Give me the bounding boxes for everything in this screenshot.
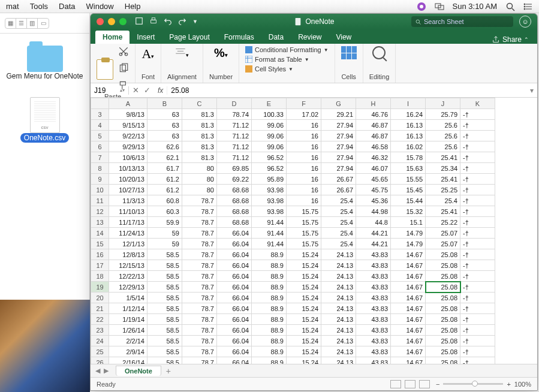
cell[interactable]: 43.83	[356, 260, 391, 271]
select-all-corner[interactable]	[91, 98, 109, 109]
cell[interactable]: 27.94	[321, 163, 356, 174]
view-switcher[interactable]	[390, 380, 430, 388]
cell[interactable]: 25.22	[426, 217, 460, 228]
cell[interactable]: 66.04	[217, 346, 252, 357]
menu-tools[interactable]: Tools	[30, 2, 48, 11]
cell[interactable]: 24.13	[321, 271, 356, 282]
cell[interactable]: 43.83	[356, 346, 391, 357]
menubar-clock[interactable]: Sun 3:10 AM	[453, 2, 497, 11]
cell[interactable]: 81.3	[182, 141, 217, 152]
cell[interactable]: 66.04	[217, 293, 252, 303]
cell[interactable]: 15.24	[287, 293, 321, 303]
menu-data[interactable]: Data	[59, 2, 75, 11]
zoom-control[interactable]: − + 100%	[436, 381, 531, 388]
cell[interactable]: 2/2/14	[109, 336, 147, 346]
cell[interactable]: 61.2	[147, 174, 182, 185]
cell[interactable]: 78.7	[182, 314, 217, 325]
row-header[interactable]: 13	[91, 217, 109, 228]
cell[interactable]: 15.24	[287, 260, 321, 271]
cell[interactable]: 46.87	[356, 120, 391, 131]
cell[interactable]: 15.78	[391, 152, 426, 163]
cell[interactable]: 69.22	[217, 174, 252, 185]
tab-review[interactable]: Review	[291, 31, 329, 44]
cell[interactable]: 15.75	[287, 239, 321, 249]
tab-page-layout[interactable]: Page Layout	[162, 31, 216, 44]
editing-icon[interactable]	[372, 46, 386, 59]
cell[interactable]: 25.79	[426, 109, 460, 120]
cell[interactable]: 43.83	[356, 314, 391, 325]
cell[interactable]: 46.58	[356, 141, 391, 152]
cell[interactable]: 93.98	[252, 206, 287, 217]
cell[interactable]: 27.94	[321, 120, 356, 131]
paste-icon[interactable]	[97, 59, 113, 80]
cell[interactable]: 26.67	[321, 185, 356, 195]
cell[interactable]: 15.32	[391, 206, 426, 217]
cell[interactable]: 93.98	[252, 195, 287, 206]
cell[interactable]: 9/22/13	[109, 131, 147, 141]
add-sheet-button[interactable]: +	[166, 366, 171, 376]
displays-icon[interactable]	[435, 2, 444, 11]
column-header-E[interactable]: E	[252, 98, 287, 109]
cell[interactable]: 78.7	[182, 206, 217, 217]
cell-styles-button[interactable]: Cell Styles ▼	[245, 65, 329, 73]
cell[interactable]: 68.68	[217, 206, 252, 217]
cell[interactable]: 15.24	[287, 303, 321, 314]
cell[interactable]: 17.02	[287, 109, 321, 120]
cell[interactable]: 88.9	[252, 325, 287, 336]
number-icon[interactable]: %▾	[214, 46, 228, 60]
cell[interactable]: -†	[460, 239, 495, 249]
cell[interactable]: 43.83	[356, 282, 391, 293]
zoom-slider[interactable]	[443, 383, 503, 385]
cell[interactable]: 91.44	[252, 239, 287, 249]
cell[interactable]: 80	[182, 163, 217, 174]
cell[interactable]: 24.13	[321, 314, 356, 325]
cell[interactable]: 88.9	[252, 314, 287, 325]
cell[interactable]: 15.24	[287, 314, 321, 325]
cell[interactable]: 10/20/13	[109, 174, 147, 185]
cell[interactable]: 66.04	[217, 239, 252, 249]
cell[interactable]: 25.08	[426, 303, 460, 314]
cell[interactable]: 46.32	[356, 152, 391, 163]
menu-help[interactable]: Help	[125, 2, 141, 11]
cell[interactable]: 25.08	[426, 336, 460, 346]
copy-icon[interactable]	[118, 63, 129, 76]
cell[interactable]: 96.52	[252, 152, 287, 163]
menu-window[interactable]: Window	[86, 2, 114, 11]
cell[interactable]: 88.9	[252, 336, 287, 346]
row-header[interactable]: 17	[91, 260, 109, 271]
cell[interactable]: 9/8/13	[109, 109, 147, 120]
cell[interactable]: 16	[287, 185, 321, 195]
cell[interactable]: 80	[182, 185, 217, 195]
cell[interactable]: 15.24	[287, 357, 321, 364]
cell[interactable]: 68.68	[217, 185, 252, 195]
cell[interactable]: 15.44	[391, 195, 426, 206]
cell[interactable]: 25.41	[426, 206, 460, 217]
cell[interactable]: -†	[460, 293, 495, 303]
row-header[interactable]: 11	[91, 195, 109, 206]
cell[interactable]: 58.5	[147, 346, 182, 357]
cancel-formula-icon[interactable]: ✕	[133, 86, 139, 95]
column-header-J[interactable]: J	[426, 98, 460, 109]
cell[interactable]: -†	[460, 249, 495, 260]
cell[interactable]: 58.5	[147, 293, 182, 303]
zoom-out-button[interactable]: −	[436, 381, 439, 388]
column-header-A[interactable]: A	[109, 98, 147, 109]
cell[interactable]: 46.87	[356, 131, 391, 141]
sheet-tab[interactable]: OneNote	[116, 366, 161, 376]
cell[interactable]: 58.5	[147, 271, 182, 282]
cell[interactable]: 16.24	[391, 109, 426, 120]
cell[interactable]: 25.07	[426, 239, 460, 249]
cell[interactable]: 25.34	[426, 163, 460, 174]
cell[interactable]: 16.13	[391, 131, 426, 141]
cell[interactable]: 14.67	[391, 303, 426, 314]
print-icon[interactable]	[149, 17, 158, 27]
cell[interactable]: 16.02	[391, 141, 426, 152]
cell[interactable]: 25.4	[321, 217, 356, 228]
cell[interactable]: 25.25	[426, 185, 460, 195]
cell[interactable]: 24.13	[321, 357, 356, 364]
cell[interactable]: 15.1	[391, 217, 426, 228]
menu-list-icon[interactable]	[523, 2, 533, 11]
cell[interactable]: 59	[147, 228, 182, 239]
cell[interactable]: 1/26/14	[109, 325, 147, 336]
cell[interactable]: 95.89	[252, 174, 287, 185]
